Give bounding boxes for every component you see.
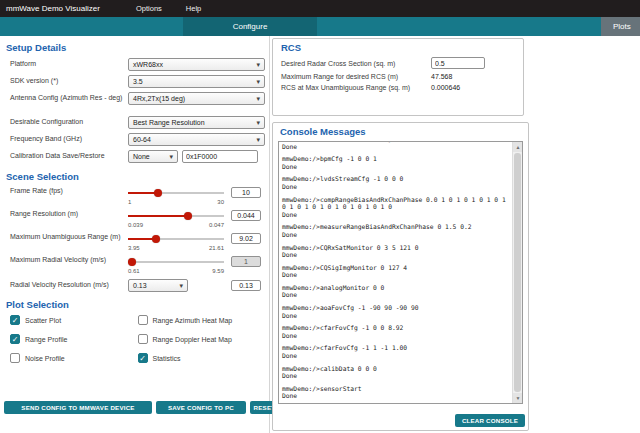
- console-done: Done: [282, 143, 509, 151]
- max-range-rcs-row: Maximum Range for desired RCS (m) 47.568: [281, 73, 517, 80]
- console-log: mmwDemo:/>extendedMaxVelocity -1 0Donemm…: [282, 141, 509, 400]
- sdk-version-label: SDK version (*): [10, 77, 128, 85]
- slider-minmax: 0.61 9.59: [128, 268, 224, 274]
- menu-options[interactable]: Options: [124, 0, 174, 17]
- max-radial-velocity-value[interactable]: 1: [231, 256, 261, 267]
- frequency-band-select-value: 60-64: [133, 136, 151, 143]
- frame-rate-label: Frame Rate (fps): [10, 187, 128, 195]
- max-unambiguous-range-slider[interactable]: 3.95 21.61: [128, 234, 224, 251]
- console-command: mmwDemo:/>bpmCfg -1 0 0 1: [282, 155, 509, 163]
- max-radial-velocity-row: Maximum Radial Velocity (m/s) 0.61 9.59 …: [10, 256, 265, 274]
- max-unambiguous-range-label: Maximum Unambiguous Range (m): [10, 233, 128, 241]
- platform-select[interactable]: xWR68xx: [128, 58, 265, 71]
- setup-details-heading: Setup Details: [6, 42, 265, 53]
- checkbox[interactable]: [138, 353, 148, 363]
- slider-handle[interactable]: [154, 189, 162, 197]
- plot-selection-col-1: Scatter Plot Range Profile Noise Profile: [10, 315, 138, 372]
- console-entry: mmwDemo:/>analogMonitor 0 0Done: [282, 284, 509, 299]
- console-entry: mmwDemo:/>cfarFovCfg -1 1 -1 1.00Done: [282, 344, 509, 359]
- console-command: mmwDemo:/>calibData 0 0 0: [282, 365, 509, 373]
- save-config-button[interactable]: SAVE CONFIG TO PC: [156, 401, 246, 414]
- slider-minmax: 3.95 21.61: [128, 245, 224, 251]
- checkbox-noise-profile[interactable]: Noise Profile: [10, 353, 138, 363]
- tab-configure[interactable]: Configure: [183, 17, 317, 36]
- chevron-down-icon: [256, 119, 260, 127]
- frame-rate-slider[interactable]: 1 30: [128, 188, 224, 205]
- checkbox-range-doppler-heat-map[interactable]: Range Doppler Heat Map: [138, 334, 266, 344]
- checkbox[interactable]: [10, 334, 20, 344]
- app-title: mmWave Demo Visualizer: [0, 4, 124, 13]
- slider-min-label: 3.95: [128, 245, 140, 251]
- chevron-down-icon: [169, 153, 173, 161]
- rcs-section: RCS Desired Radar Cross Section (sq. m) …: [272, 38, 524, 116]
- sdk-version-select[interactable]: 3.5: [128, 75, 265, 88]
- slider-max-label: 9.59: [212, 268, 224, 274]
- console-done: Done: [282, 332, 509, 340]
- platform-row: Platform xWR68xx: [10, 58, 265, 71]
- scrollbar-thumb[interactable]: [514, 153, 521, 392]
- desired-rcs-input[interactable]: [431, 57, 485, 69]
- console-messages-heading: Console Messages: [280, 126, 523, 137]
- checkbox[interactable]: [138, 334, 148, 344]
- tab-bar: Configure Plots: [0, 17, 640, 36]
- calibration-select[interactable]: None: [128, 150, 178, 163]
- desired-rcs-label: Desired Radar Cross Section (sq. m): [281, 60, 431, 67]
- checkbox-range-profile[interactable]: Range Profile: [10, 334, 138, 344]
- antenna-config-select[interactable]: 4Rx,2Tx(15 deg): [128, 92, 265, 105]
- console-entry: mmwDemo:/>calibData 0 0 0Done: [282, 365, 509, 380]
- slider-fill: [128, 215, 188, 217]
- range-resolution-value[interactable]: 0.044: [231, 210, 261, 221]
- calibration-address-input[interactable]: [182, 150, 258, 163]
- configure-panel: Setup Details Platform xWR68xx SDK versi…: [0, 36, 270, 433]
- checkbox-label: Range Doppler Heat Map: [153, 336, 232, 343]
- frequency-band-row: Frequency Band (GHz) 60-64: [10, 133, 265, 146]
- rcs-heading: RCS: [281, 42, 517, 53]
- desirable-config-select[interactable]: Best Range Resolution: [128, 116, 265, 129]
- console-scrollbar[interactable]: [512, 142, 522, 403]
- console-done: Done: [282, 312, 509, 320]
- range-resolution-slider[interactable]: 0.039 0.047: [128, 211, 224, 228]
- max-unambiguous-range-value[interactable]: 9.02: [231, 233, 261, 244]
- calibration-label: Calibration Data Save/Restore: [10, 152, 128, 160]
- send-config-button[interactable]: SEND CONFIG TO MMWAVE DEVICE: [4, 401, 152, 414]
- max-radial-velocity-label: Maximum Radial Velocity (m/s): [10, 256, 128, 264]
- slider-handle[interactable]: [152, 235, 160, 243]
- frequency-band-label: Frequency Band (GHz): [10, 135, 128, 143]
- max-range-rcs-value: 47.568: [431, 73, 452, 80]
- radial-velocity-resolution-select[interactable]: 0.13: [128, 279, 188, 292]
- console-entry: mmwDemo:/>extendedMaxVelocity -1 0Done: [282, 141, 509, 150]
- scroll-down-icon[interactable]: [513, 393, 523, 403]
- console-section: Console Messages mmwDemo:/>extendedMaxVe…: [272, 122, 529, 431]
- console-command: mmwDemo:/>compRangeBiasAndRxChanPhase 0.…: [282, 196, 509, 211]
- slider-minmax: 0.039 0.047: [128, 222, 224, 228]
- checkbox-statistics[interactable]: Statistics: [138, 353, 266, 363]
- sdk-version-row: SDK version (*) 3.5: [10, 75, 265, 88]
- tab-plots[interactable]: Plots: [601, 17, 640, 36]
- console-entry: mmwDemo:/>measureRangeBiasAndRxChanPhase…: [282, 223, 509, 238]
- slider-track[interactable]: [128, 261, 224, 263]
- console-command: mmwDemo:/>measureRangeBiasAndRxChanPhase…: [282, 223, 509, 231]
- max-radial-velocity-slider[interactable]: 0.61 9.59: [128, 257, 224, 274]
- console-done: Done: [282, 392, 509, 400]
- plot-selection-heading: Plot Selection: [6, 299, 265, 310]
- antenna-config-label: Antenna Config (Azimuth Res - deg): [10, 94, 128, 102]
- checkbox-range-azimuth-heat-map[interactable]: Range Azimuth Heat Map: [138, 315, 266, 325]
- scroll-up-icon[interactable]: [513, 142, 523, 152]
- frame-rate-value[interactable]: 10: [231, 187, 261, 198]
- rcs-at-max-range-label: RCS at Max Unambiguous Range (sq. m): [281, 84, 431, 91]
- checkbox[interactable]: [138, 315, 148, 325]
- checkbox-scatter-plot[interactable]: Scatter Plot: [10, 315, 138, 325]
- radial-velocity-resolution-value[interactable]: 0.13: [231, 280, 261, 291]
- frequency-band-select[interactable]: 60-64: [128, 133, 265, 146]
- slider-handle[interactable]: [184, 212, 192, 220]
- console-entry: mmwDemo:/>aoaFovCfg -1 -90 90 -90 90Done: [282, 304, 509, 319]
- chevron-down-icon: [256, 95, 260, 103]
- console-output[interactable]: mmwDemo:/>extendedMaxVelocity -1 0Donemm…: [278, 141, 523, 404]
- checkbox[interactable]: [10, 315, 20, 325]
- console-command: mmwDemo:/>cfarFovCfg -1 1 -1 1.00: [282, 344, 509, 352]
- clear-console-button[interactable]: CLEAR CONSOLE: [455, 414, 525, 427]
- slider-handle[interactable]: [128, 258, 136, 266]
- platform-select-value: xWR68xx: [133, 61, 163, 68]
- checkbox[interactable]: [10, 353, 20, 363]
- menu-help[interactable]: Help: [174, 0, 213, 17]
